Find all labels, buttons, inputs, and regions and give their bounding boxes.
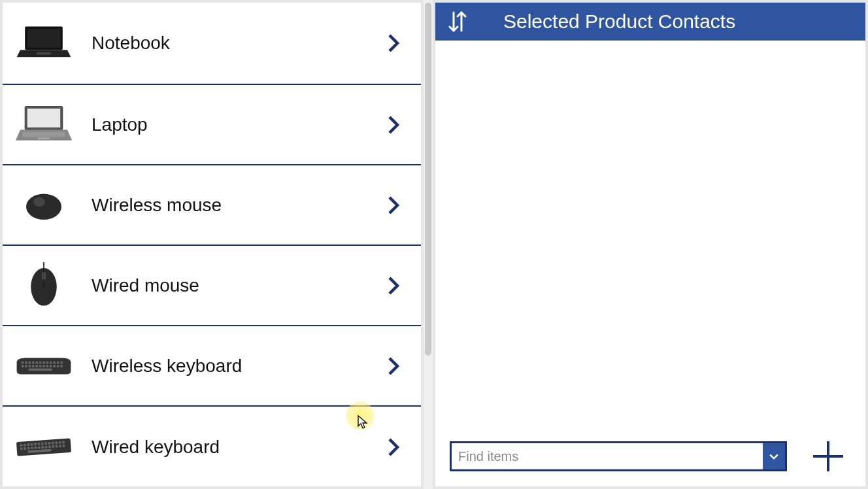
product-item-notebook[interactable]: Notebook: [3, 3, 421, 85]
svg-rect-22: [46, 361, 49, 363]
svg-rect-32: [39, 365, 42, 367]
svg-rect-43: [27, 443, 29, 446]
chevron-down-icon: [767, 450, 780, 463]
svg-rect-28: [25, 365, 27, 367]
product-label: Laptop: [92, 114, 382, 135]
svg-rect-58: [35, 446, 37, 448]
app-root: Notebook Laptop: [0, 0, 868, 489]
left-scrollbar[interactable]: [424, 0, 433, 489]
chevron-right-icon: [382, 274, 405, 297]
svg-rect-56: [27, 447, 30, 449]
contacts-footer: [435, 430, 865, 486]
svg-rect-53: [62, 441, 65, 443]
svg-rect-38: [60, 365, 63, 367]
svg-rect-47: [41, 442, 44, 445]
svg-rect-42: [24, 443, 26, 446]
svg-point-9: [26, 194, 61, 220]
svg-rect-48: [44, 442, 47, 445]
wired-mouse-icon: [14, 260, 73, 312]
svg-rect-62: [48, 445, 51, 448]
add-button[interactable]: [810, 439, 846, 474]
svg-rect-33: [42, 365, 45, 367]
svg-rect-36: [53, 365, 56, 367]
product-item-wireless-keyboard[interactable]: Wireless keyboard: [3, 326, 421, 407]
product-label: Wireless mouse: [92, 195, 382, 216]
svg-rect-19: [35, 361, 38, 363]
svg-rect-30: [32, 365, 35, 367]
product-label: Wired keyboard: [92, 437, 382, 458]
svg-rect-31: [35, 365, 38, 367]
svg-rect-49: [48, 442, 51, 445]
svg-rect-18: [32, 361, 35, 363]
svg-rect-60: [41, 446, 44, 448]
contacts-header: Selected Product Contacts: [435, 3, 865, 41]
product-list: Notebook Laptop: [3, 3, 421, 487]
svg-rect-66: [63, 444, 65, 447]
product-label: Notebook: [92, 33, 382, 54]
chevron-right-icon: [382, 113, 405, 137]
product-item-wireless-mouse[interactable]: Wireless mouse: [3, 165, 421, 246]
scrollbar-thumb[interactable]: [425, 3, 431, 356]
svg-rect-44: [31, 443, 33, 445]
svg-rect-23: [50, 361, 52, 363]
chevron-right-icon: [382, 354, 405, 378]
svg-rect-20: [39, 361, 42, 363]
chevron-right-icon: [382, 435, 405, 459]
svg-rect-7: [23, 132, 65, 137]
svg-rect-39: [29, 368, 52, 371]
svg-rect-52: [59, 441, 61, 443]
mouse-icon: [14, 179, 73, 231]
chevron-right-icon: [382, 31, 405, 55]
svg-rect-51: [55, 441, 58, 444]
svg-point-10: [33, 197, 45, 207]
svg-rect-45: [34, 443, 37, 445]
product-item-wired-mouse[interactable]: Wired mouse: [3, 246, 421, 326]
svg-rect-21: [42, 361, 45, 363]
svg-rect-57: [31, 447, 33, 449]
svg-rect-41: [20, 444, 23, 447]
svg-rect-59: [38, 446, 41, 448]
find-items-input[interactable]: [452, 443, 763, 469]
find-items-dropdown-button[interactable]: [763, 443, 785, 469]
svg-rect-5: [27, 109, 60, 127]
svg-rect-25: [57, 361, 59, 363]
svg-rect-34: [46, 365, 49, 367]
svg-rect-16: [25, 361, 27, 363]
svg-rect-37: [57, 365, 59, 367]
svg-rect-8: [38, 137, 50, 139]
svg-rect-26: [60, 361, 63, 363]
keyboard-icon: [14, 340, 73, 392]
svg-rect-64: [56, 445, 58, 447]
product-item-laptop[interactable]: Laptop: [3, 85, 421, 165]
chevron-right-icon: [382, 194, 405, 217]
contacts-panel: Selected Product Contacts: [433, 0, 868, 489]
product-item-wired-keyboard[interactable]: Wired keyboard: [3, 407, 421, 487]
svg-rect-65: [59, 445, 61, 447]
svg-rect-15: [22, 361, 24, 363]
svg-rect-1: [27, 29, 60, 48]
products-panel: Notebook Laptop: [0, 0, 424, 489]
svg-rect-46: [38, 443, 41, 445]
find-items-combo[interactable]: [450, 441, 787, 471]
svg-rect-24: [53, 361, 56, 363]
laptop-icon: [14, 99, 73, 151]
notebook-icon: [14, 17, 73, 69]
keyboard-icon: [14, 421, 73, 473]
svg-rect-17: [29, 361, 31, 363]
svg-rect-3: [37, 52, 51, 55]
svg-rect-61: [45, 445, 48, 448]
svg-rect-35: [50, 365, 52, 367]
product-label: Wireless keyboard: [92, 356, 382, 377]
svg-rect-29: [29, 365, 31, 367]
product-label: Wired mouse: [92, 275, 382, 296]
plus-icon: [810, 439, 846, 474]
svg-rect-63: [52, 445, 54, 448]
svg-rect-50: [52, 441, 54, 444]
sort-arrows-icon[interactable]: [444, 8, 471, 35]
svg-rect-27: [22, 365, 24, 367]
contacts-body: [435, 41, 865, 430]
svg-rect-55: [24, 447, 26, 450]
svg-rect-54: [20, 447, 23, 450]
contacts-title: Selected Product Contacts: [503, 10, 865, 33]
